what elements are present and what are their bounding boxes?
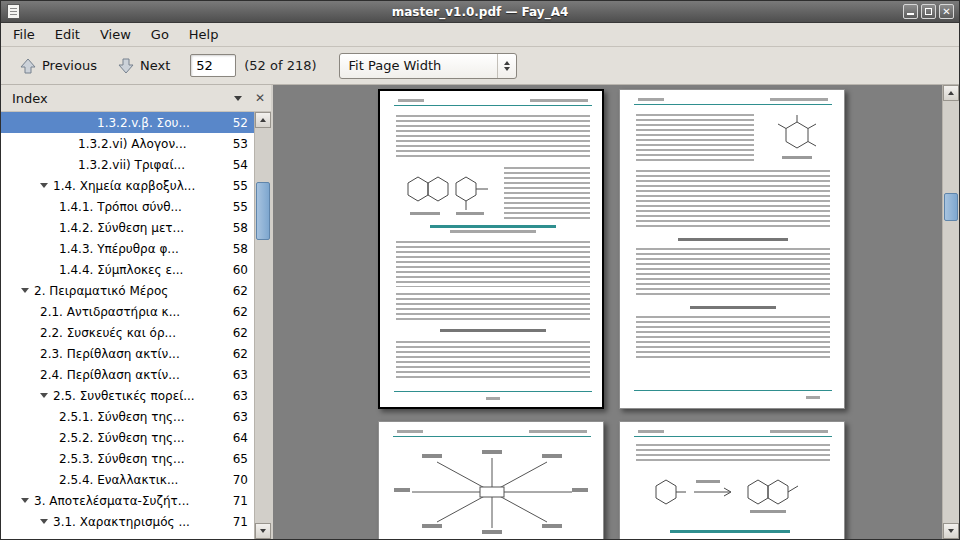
chevron-down-icon	[234, 96, 242, 101]
scroll-down-button[interactable]	[255, 523, 271, 539]
toc-list: 1.3.2.v.β. Σου... 52 1.3.2.vi) Αλογον...…	[1, 112, 254, 539]
toc-item-label: 1.4. Χημεία καρβοξυλ...	[53, 179, 227, 193]
expander-icon[interactable]	[21, 498, 29, 503]
scrollbar-thumb[interactable]	[944, 193, 958, 221]
page-header-text	[397, 430, 423, 433]
toc-item[interactable]: 2.5.2. Σύνθεση της... 64	[1, 427, 254, 448]
toc-item[interactable]: 2.5. Συνθετικές πορεί... 63	[1, 385, 254, 406]
expander-icon[interactable]	[40, 519, 48, 524]
expander-icon[interactable]	[40, 183, 48, 188]
menu-item-view[interactable]: View	[90, 24, 141, 45]
close-button[interactable]: ✕	[939, 4, 954, 19]
toc-item[interactable]: 1.4. Χημεία καρβοξυλ... 55	[1, 175, 254, 196]
scroll-up-button[interactable]	[943, 85, 959, 101]
titlebar[interactable]: master_v1.0.pdf — Fay_A4 ✕	[1, 1, 959, 23]
toc-item[interactable]: 2.5.3. Σύνθεση της... 65	[1, 448, 254, 469]
sidebar-header: Index ✕	[1, 85, 271, 112]
menu-item-help[interactable]: Help	[179, 24, 229, 45]
document-canvas[interactable]	[273, 85, 942, 539]
menu-item-edit[interactable]: Edit	[45, 24, 90, 45]
toc-item-page: 60	[233, 263, 248, 277]
toc-item-label: 1.4.4. Σύμπλοκες ε...	[59, 263, 227, 277]
toc-item[interactable]: 2.2. Συσκευές και όρ... 62	[1, 322, 254, 343]
scroll-up-button[interactable]	[255, 112, 271, 128]
toc-item-label: 3.1. Χαρακτηρισμός ...	[53, 515, 227, 529]
reaction-scheme-figure	[392, 446, 592, 538]
toc-item[interactable]: 2.5.1. Σύνθεση της... 63	[1, 406, 254, 427]
toc-item-page: 63	[233, 389, 248, 403]
document-scrollbar[interactable]	[942, 85, 959, 539]
menu-item-go[interactable]: Go	[141, 24, 179, 45]
figure-caption	[670, 530, 790, 533]
close-icon: ✕	[940, 5, 953, 18]
text-block	[396, 115, 590, 160]
application-window: master_v1.0.pdf — Fay_A4 ✕ FileEditViewG…	[0, 0, 960, 540]
window-title: master_v1.0.pdf — Fay_A4	[1, 5, 959, 19]
toc-item[interactable]: 2.1. Αντιδραστήρια κ... 62	[1, 301, 254, 322]
toc-item[interactable]: 3.1. Χαρακτηρισμός ... 71	[1, 511, 254, 532]
toc-item-page: 65	[233, 452, 248, 466]
sidebar-scrollbar[interactable]	[254, 112, 271, 539]
menubar: FileEditViewGoHelp	[1, 23, 959, 47]
toc-item-page: 58	[233, 221, 248, 235]
toc-item[interactable]: 2. Πειραματικό Μέρος 62	[1, 280, 254, 301]
document-page-54[interactable]	[378, 421, 604, 539]
toc-item[interactable]: 3. Αποτελέσματα-Συζήτ... 71	[1, 490, 254, 511]
previous-label: Previous	[42, 58, 97, 73]
toc-item-page: 71	[233, 494, 248, 508]
document-view[interactable]	[273, 85, 959, 539]
page-number-input[interactable]	[190, 54, 236, 77]
maximize-button[interactable]	[921, 4, 936, 19]
toc-item-label: 2.2. Συσκευές και όρ...	[40, 326, 227, 340]
toc-item-label: 1.3.2.v.β. Σου...	[97, 116, 227, 130]
next-button[interactable]: Next	[107, 52, 180, 80]
page-header-rule	[634, 104, 832, 105]
scroll-down-button[interactable]	[943, 523, 959, 539]
text-block	[636, 444, 830, 462]
toc-item-label: 2.5.1. Σύνθεση της...	[59, 410, 227, 424]
previous-button[interactable]: Previous	[9, 52, 107, 80]
sidebar-title: Index	[1, 91, 227, 106]
toc-item[interactable]: 1.4.2. Σύνθεση μετ... 58	[1, 217, 254, 238]
reaction-scheme-figure	[638, 468, 828, 520]
next-label: Next	[140, 58, 170, 73]
document-page-55[interactable]	[619, 421, 845, 539]
text-block	[396, 341, 590, 381]
zoom-mode-select[interactable]: Fit Page Width	[339, 53, 517, 79]
toc-item[interactable]: 1.3.2.v.β. Σου... 52	[1, 112, 254, 133]
toc-item-label: 2.3. Περίθλαση ακτίν...	[40, 347, 227, 361]
document-page-52[interactable]	[378, 89, 604, 409]
toc-item[interactable]: 1.3.2.vii) Τριφαί... 54	[1, 154, 254, 175]
sidebar-view-dropdown[interactable]	[227, 88, 249, 108]
toc-item-page: 53	[233, 137, 248, 151]
page-header-rule	[393, 436, 591, 437]
toc-item[interactable]: 1.4.1. Τρόποι σύνθ... 55	[1, 196, 254, 217]
toc-item[interactable]: 1.4.4. Σύμπλοκες ε... 60	[1, 259, 254, 280]
toc-item-label: 2.1. Αντιδραστήρια κ...	[40, 305, 227, 319]
figure-caption	[450, 230, 536, 233]
minimize-button[interactable]	[903, 4, 918, 19]
expander-icon[interactable]	[21, 288, 29, 293]
toc-item[interactable]: 1.4.3. Υπέρυθρα φ... 58	[1, 238, 254, 259]
toc-item-page: 58	[233, 242, 248, 256]
toc-item-label: 2.5.3. Σύνθεση της...	[59, 452, 227, 466]
toc-item[interactable]: 1.3.2.vi) Αλογον... 53	[1, 133, 254, 154]
toc-item-label: 1.4.3. Υπέρυθρα φ...	[59, 242, 227, 256]
chemical-structure-figure	[400, 167, 496, 219]
toc-item-label: 2. Πειραματικό Μέρος	[34, 284, 227, 298]
sidebar-close-button[interactable]: ✕	[249, 88, 271, 108]
document-page-53[interactable]	[619, 89, 845, 409]
expander-icon[interactable]	[40, 393, 48, 398]
menu-item-file[interactable]: File	[3, 24, 45, 45]
toc-item[interactable]: 2.5.4. Εναλλακτικ... 70	[1, 469, 254, 490]
toc-item-label: 1.4.2. Σύνθεση μετ...	[59, 221, 227, 235]
page-header-text	[638, 430, 664, 433]
scrollbar-thumb[interactable]	[256, 182, 270, 240]
toc-item-label: 3. Αποτελέσματα-Συζήτ...	[34, 494, 227, 508]
toc-item-page: 52	[233, 116, 248, 130]
page-count-label: (52 of 218)	[244, 58, 316, 73]
toc-item-page: 62	[233, 305, 248, 319]
toc-item[interactable]: 2.4. Περίθλαση ακτίν... 63	[1, 364, 254, 385]
toc-item-page: 63	[233, 368, 248, 382]
toc-item[interactable]: 2.3. Περίθλαση ακτίν... 62	[1, 343, 254, 364]
